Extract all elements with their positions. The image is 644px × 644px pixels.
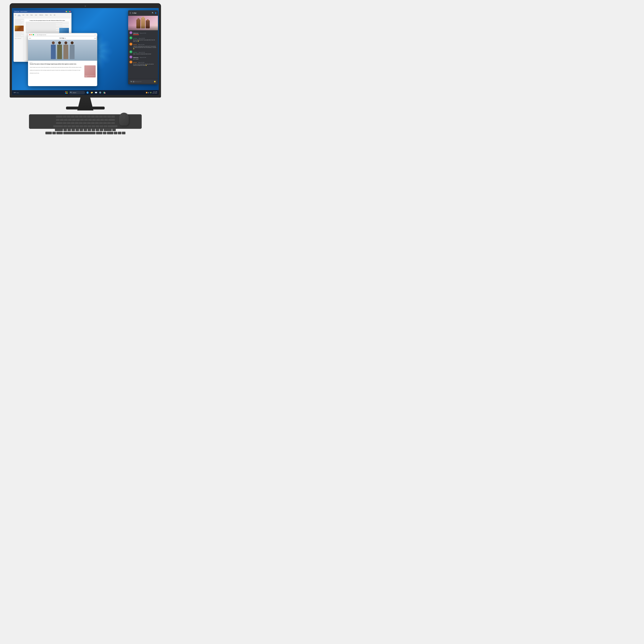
ribbon-tab-view[interactable]: View — [49, 14, 52, 16]
key-f6[interactable] — [83, 116, 87, 118]
key-up[interactable] — [112, 128, 116, 131]
key-backspace[interactable] — [108, 119, 115, 121]
key-n[interactable] — [84, 128, 87, 131]
taskbar-mail-icon[interactable]: ✉️ — [94, 91, 98, 94]
nav-menu[interactable]: menu — [29, 38, 31, 39]
key-3[interactable] — [68, 119, 72, 121]
key-comma[interactable] — [92, 128, 95, 131]
minimize-button[interactable] — [66, 11, 67, 12]
discord-image-icon[interactable]: 🖼 — [133, 81, 134, 82]
taskbar-clock[interactable]: 11:11 AM 10/27/2023 — [152, 91, 157, 94]
taskbar-search-bar[interactable]: 🔍 Search — [69, 91, 85, 94]
key-t[interactable] — [79, 122, 83, 125]
taskbar-store-icon[interactable]: 🛍️ — [103, 91, 106, 94]
maximize-button[interactable] — [67, 11, 69, 12]
key-rshift[interactable] — [104, 128, 112, 131]
key-r[interactable] — [75, 122, 79, 125]
key-a[interactable] — [63, 125, 67, 128]
key-7[interactable] — [84, 119, 88, 121]
key-period[interactable] — [96, 128, 99, 131]
close-button[interactable] — [69, 11, 71, 12]
word-window-controls[interactable] — [66, 11, 71, 12]
key-f10[interactable] — [99, 116, 103, 118]
key-l[interactable] — [96, 125, 99, 128]
key-down[interactable] — [118, 132, 121, 134]
ribbon-tab-file[interactable]: File — [14, 14, 17, 16]
discord-message-input[interactable]: Message #chat — [135, 81, 153, 82]
key-tilde[interactable] — [56, 119, 60, 121]
key-backslash[interactable] — [111, 122, 115, 125]
key-del[interactable] — [111, 116, 115, 118]
key-escape[interactable] — [56, 116, 62, 118]
key-c[interactable] — [71, 128, 75, 131]
key-left[interactable] — [114, 132, 117, 134]
key-slash[interactable] — [100, 128, 103, 131]
key-9[interactable] — [92, 119, 96, 121]
key-lwin[interactable] — [52, 132, 56, 134]
key-s[interactable] — [67, 125, 71, 128]
key-quote[interactable] — [104, 125, 107, 128]
key-fn[interactable] — [103, 132, 106, 134]
key-f5[interactable] — [79, 116, 83, 118]
browser-address-bar[interactable]: https://theedge/music/view — [36, 34, 95, 36]
key-f11[interactable] — [103, 116, 107, 118]
nav-about[interactable]: about — [94, 38, 96, 39]
key-enter[interactable] — [108, 125, 117, 128]
key-lshift[interactable] — [55, 128, 63, 131]
discord-members-icon[interactable]: 👤 — [155, 12, 157, 14]
key-2[interactable] — [64, 119, 68, 121]
key-f4[interactable] — [75, 116, 79, 118]
key-rbracket[interactable] — [107, 122, 111, 125]
key-v[interactable] — [76, 128, 79, 131]
battery-icon[interactable]: 🔋 — [150, 92, 152, 93]
key-e[interactable] — [71, 122, 75, 125]
key-f12[interactable] — [107, 116, 111, 118]
key-h[interactable] — [84, 125, 87, 128]
key-f9[interactable] — [95, 116, 99, 118]
key-8[interactable] — [88, 119, 92, 121]
key-g[interactable] — [80, 125, 83, 128]
discord-attach-icon[interactable]: 📷 — [130, 81, 132, 82]
key-d[interactable] — [71, 125, 75, 128]
key-w[interactable] — [67, 122, 71, 125]
ribbon-tab-insert[interactable]: Insert — [22, 14, 25, 16]
ribbon-tab-review[interactable]: Review — [45, 14, 48, 16]
key-b[interactable] — [80, 128, 83, 131]
key-o[interactable] — [95, 122, 99, 125]
key-q[interactable] — [63, 122, 66, 125]
key-j[interactable] — [88, 125, 91, 128]
key-z[interactable] — [63, 128, 67, 131]
discord-emoji-icon[interactable]: 🙂 — [154, 81, 156, 82]
key-caps[interactable] — [53, 125, 63, 128]
key-p[interactable] — [99, 122, 103, 125]
key-lbracket[interactable] — [103, 122, 107, 125]
key-rctrl[interactable] — [107, 132, 113, 134]
key-minus[interactable] — [100, 119, 104, 121]
ribbon-tab-help[interactable]: Help — [53, 14, 56, 16]
key-ralt[interactable] — [96, 132, 102, 134]
ribbon-tab-ref[interactable]: References — [39, 14, 44, 16]
key-4[interactable] — [72, 119, 76, 121]
key-equals[interactable] — [104, 119, 108, 121]
ribbon-tab-layout[interactable]: Layout — [34, 14, 38, 16]
key-space[interactable] — [63, 132, 95, 134]
key-lalt[interactable] — [56, 132, 63, 134]
key-k[interactable] — [92, 125, 95, 128]
key-semi[interactable] — [100, 125, 103, 128]
key-f3[interactable] — [71, 116, 75, 118]
ribbon-tab-design[interactable]: Design — [30, 14, 33, 16]
taskbar-settings-icon[interactable]: ⚙️ — [99, 91, 102, 94]
key-x[interactable] — [67, 128, 71, 131]
key-i[interactable] — [91, 122, 95, 125]
taskbar-file-icon[interactable]: 📁 — [90, 91, 93, 94]
discord-hamburger-icon[interactable]: ☰ — [129, 12, 131, 14]
ribbon-tab-draw[interactable]: Draw — [26, 14, 29, 16]
start-button[interactable] — [65, 91, 68, 94]
key-u[interactable] — [87, 122, 91, 125]
key-tab[interactable] — [56, 122, 62, 125]
key-y[interactable] — [83, 122, 87, 125]
key-right[interactable] — [122, 132, 125, 134]
volume-icon[interactable]: 🔊 — [148, 92, 150, 93]
mouse[interactable] — [119, 113, 129, 126]
key-f7[interactable] — [87, 116, 91, 118]
